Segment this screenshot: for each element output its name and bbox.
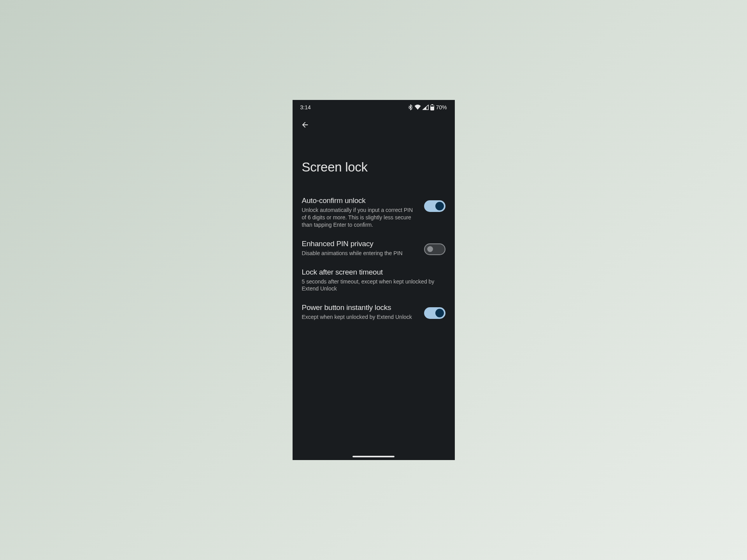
setting-lock-after-timeout[interactable]: Lock after screen timeout 5 seconds afte… <box>302 262 445 298</box>
content-area: Screen lock Auto-confirm unlock Unlock a… <box>293 136 455 460</box>
status-bar: 3:14 <box>293 100 455 115</box>
status-icons: 70% <box>408 104 447 110</box>
navigation-handle[interactable] <box>352 456 395 457</box>
toggle-power-button-locks[interactable] <box>424 307 445 319</box>
setting-text: Auto-confirm unlock Unlock automatically… <box>302 196 424 229</box>
setting-enhanced-pin-privacy[interactable]: Enhanced PIN privacy Disable animations … <box>302 234 445 262</box>
setting-text: Enhanced PIN privacy Disable animations … <box>302 240 424 257</box>
status-time: 3:14 <box>300 104 311 110</box>
arrow-left-icon <box>301 121 309 131</box>
setting-desc: Unlock automatically if you input a corr… <box>302 206 418 229</box>
wifi-icon <box>414 105 421 110</box>
setting-desc: 5 seconds after timeout, except when kep… <box>302 278 439 293</box>
app-bar <box>293 115 455 136</box>
phone-frame: 3:14 <box>293 100 455 460</box>
svg-point-1 <box>412 107 413 108</box>
battery-icon <box>430 104 434 110</box>
toggle-knob <box>427 246 433 252</box>
signal-icon <box>423 105 429 110</box>
toggle-auto-confirm-unlock[interactable] <box>424 200 445 212</box>
back-button[interactable] <box>300 121 310 130</box>
setting-desc: Disable animations while entering the PI… <box>302 250 418 257</box>
setting-title: Power button instantly locks <box>302 303 418 312</box>
setting-desc: Except when kept unlocked by Extend Unlo… <box>302 313 418 321</box>
setting-title: Enhanced PIN privacy <box>302 240 418 248</box>
page-title: Screen lock <box>302 160 445 175</box>
bluetooth-icon <box>408 104 413 110</box>
battery-percent: 70% <box>436 104 447 110</box>
setting-title: Auto-confirm unlock <box>302 196 418 205</box>
setting-auto-confirm-unlock[interactable]: Auto-confirm unlock Unlock automatically… <box>302 191 445 234</box>
svg-point-0 <box>409 107 409 108</box>
svg-rect-4 <box>431 107 434 110</box>
toggle-knob <box>435 202 444 210</box>
toggle-enhanced-pin-privacy[interactable] <box>424 243 445 255</box>
setting-text: Power button instantly locks Except when… <box>302 303 424 321</box>
setting-power-button-locks[interactable]: Power button instantly locks Except when… <box>302 298 445 326</box>
toggle-knob <box>435 309 444 317</box>
setting-text: Lock after screen timeout 5 seconds afte… <box>302 268 445 293</box>
setting-title: Lock after screen timeout <box>302 268 439 276</box>
